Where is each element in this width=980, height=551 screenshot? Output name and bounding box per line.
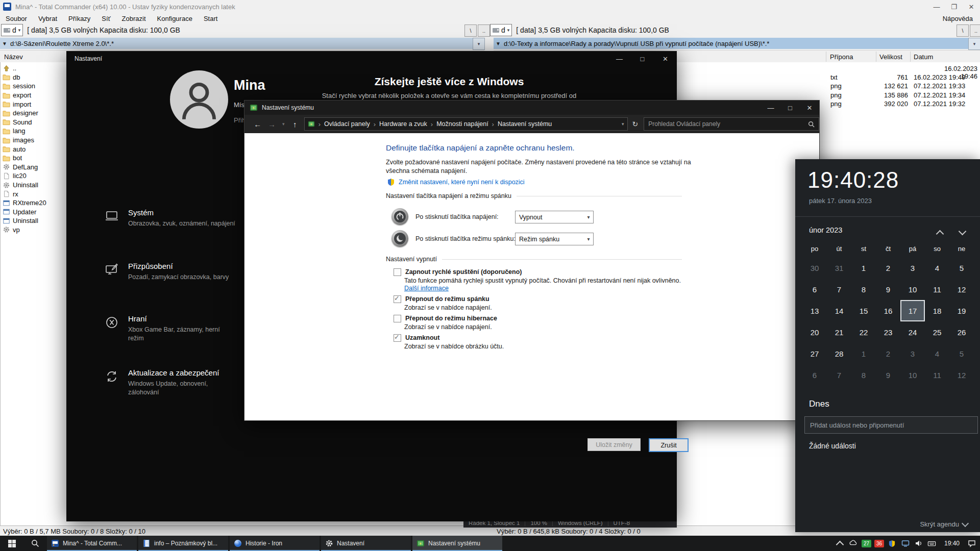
- taskbar-clock[interactable]: 19:40: [940, 540, 964, 547]
- calendar-day[interactable]: 6: [802, 279, 827, 300]
- calendar-day[interactable]: 18: [925, 300, 949, 321]
- column-header-size[interactable]: Velikost: [879, 51, 902, 63]
- calendar-day[interactable]: 26: [949, 321, 974, 343]
- menu-item-síť[interactable]: Síť: [96, 15, 116, 22]
- save-changes-button[interactable]: Uložit změny: [587, 438, 641, 451]
- taskbar-button-notepad[interactable]: info – Poznámkový bl...: [138, 536, 228, 551]
- forward-icon[interactable]: →: [265, 120, 279, 129]
- file-row[interactable]: txt 761 16.02.2023 19:49: [826, 73, 980, 82]
- calendar-day[interactable]: 1: [851, 257, 876, 279]
- calendar-day[interactable]: 4: [925, 343, 949, 364]
- volume-icon[interactable]: [914, 538, 924, 548]
- taskbar-button-tc[interactable]: Mina^ - Total Comm...: [47, 536, 137, 551]
- left-path-bar[interactable]: ▼ d:\8-Sázení\Roulette Xtreme 2.0\*.*: [0, 38, 474, 49]
- breadcrumb-item[interactable]: Možnosti napájení: [436, 120, 488, 128]
- recent-pages-icon[interactable]: ▾: [279, 121, 288, 127]
- path-history-button[interactable]: ▾: [473, 38, 485, 50]
- root-button[interactable]: \: [464, 24, 477, 37]
- updir-button[interactable]: ..: [478, 24, 490, 37]
- calendar-day[interactable]: 16: [876, 300, 900, 321]
- right-drive-combo[interactable]: d ▾: [490, 24, 512, 36]
- sleep-button-select[interactable]: Režim spánku▾: [515, 233, 594, 245]
- restore-icon[interactable]: ❐: [945, 0, 963, 13]
- uac-change-link[interactable]: Změnit nastavení, které nyní není k disp…: [399, 179, 525, 186]
- column-header-date[interactable]: Datum: [914, 51, 933, 63]
- calendar-day[interactable]: 5: [949, 257, 974, 279]
- minimize-icon[interactable]: —: [761, 101, 780, 115]
- maximize-icon[interactable]: □: [631, 51, 654, 66]
- red-badge[interactable]: 36: [874, 540, 884, 547]
- calendar-day[interactable]: 8: [851, 364, 876, 386]
- calendar-day[interactable]: 12: [949, 364, 974, 386]
- more-info-link[interactable]: Další informace: [404, 285, 720, 292]
- taskbar-button-settings[interactable]: Nastavení: [321, 536, 411, 551]
- calendar-day[interactable]: 19: [949, 300, 974, 321]
- refresh-icon[interactable]: ↻: [628, 120, 643, 128]
- checkbox[interactable]: [394, 315, 401, 322]
- calendar-day[interactable]: 1: [851, 343, 876, 364]
- calendar-day[interactable]: 3: [900, 257, 925, 279]
- calendar-day[interactable]: 9: [876, 364, 900, 386]
- updir-button[interactable]: ..: [970, 24, 980, 37]
- menu-item-příkazy[interactable]: Příkazy: [63, 15, 96, 22]
- close-icon[interactable]: ✕: [963, 0, 980, 13]
- calendar-day[interactable]: 4: [925, 257, 949, 279]
- menu-item-soubor[interactable]: Soubor: [0, 15, 33, 22]
- calendar-day[interactable]: 10: [900, 279, 925, 300]
- taskbar-button-iron[interactable]: Historie - Iron: [230, 536, 320, 551]
- chevron-down-icon[interactable]: ▾: [622, 121, 624, 127]
- calendar-day[interactable]: 9: [876, 279, 900, 300]
- taskbar-search-button[interactable]: [23, 536, 47, 551]
- calendar-day[interactable]: 14: [827, 300, 851, 321]
- calendar-day[interactable]: 8: [851, 279, 876, 300]
- close-icon[interactable]: ✕: [654, 51, 677, 66]
- breadcrumb-item[interactable]: Nastavení systému: [498, 120, 552, 128]
- calendar-day[interactable]: 6: [802, 364, 827, 386]
- calendar-next-icon[interactable]: [955, 228, 969, 237]
- menu-item-help[interactable]: Nápověda: [943, 13, 973, 23]
- display-icon[interactable]: [900, 538, 911, 548]
- cancel-button[interactable]: Zrušit: [649, 438, 689, 452]
- action-center-icon[interactable]: [967, 538, 977, 548]
- calendar-day[interactable]: 23: [876, 321, 900, 343]
- calendar-day[interactable]: 15: [851, 300, 876, 321]
- checkbox[interactable]: [394, 295, 401, 303]
- calendar-day[interactable]: 21: [827, 321, 851, 343]
- root-button[interactable]: \: [957, 24, 969, 37]
- calendar-day[interactable]: 10: [900, 364, 925, 386]
- minimize-icon[interactable]: —: [928, 0, 945, 13]
- minimize-icon[interactable]: —: [608, 51, 631, 66]
- calendar-day[interactable]: 5: [949, 343, 974, 364]
- power-button-select[interactable]: Vypnout▾: [515, 211, 594, 223]
- calendar-day[interactable]: 11: [925, 364, 949, 386]
- menu-item-konfigurace[interactable]: Konfigurace: [152, 15, 198, 22]
- onedrive-cloud-icon[interactable]: [848, 538, 859, 548]
- taskbar-button-cp[interactable]: Nastavení systému: [412, 536, 502, 551]
- menu-item-start[interactable]: Start: [198, 15, 223, 22]
- breadcrumb-item[interactable]: Hardware a zvuk: [379, 120, 427, 128]
- calendar-day[interactable]: 24: [900, 321, 925, 343]
- file-row[interactable]: png 392 020 07.12.2021 19:32: [826, 99, 980, 109]
- defender-shield-icon[interactable]: [887, 538, 897, 548]
- calendar-day[interactable]: 2: [876, 257, 900, 279]
- keyboard-icon[interactable]: [927, 538, 937, 548]
- back-icon[interactable]: ←: [251, 120, 265, 129]
- breadcrumb-item[interactable]: Ovládací panely: [324, 120, 370, 128]
- calendar-day[interactable]: 11: [925, 279, 949, 300]
- maximize-icon[interactable]: □: [780, 101, 800, 115]
- calendar-day[interactable]: 20: [802, 321, 827, 343]
- start-button[interactable]: [0, 536, 23, 551]
- calendar-day[interactable]: 22: [851, 321, 876, 343]
- tray-overflow-chevron-icon[interactable]: [835, 538, 845, 548]
- menu-item-zobrazit[interactable]: Zobrazit: [116, 15, 152, 22]
- column-header-ext[interactable]: Přípona: [830, 51, 853, 63]
- avatar[interactable]: [170, 70, 228, 129]
- file-row[interactable]: png 135 886 07.12.2021 19:34: [826, 91, 980, 100]
- calendar-prev-icon[interactable]: [933, 228, 946, 237]
- breadcrumb[interactable]: ›Ovládací panely›Hardware a zvuk›Možnost…: [304, 117, 628, 131]
- search-box[interactable]: Prohledat Ovládací panely: [644, 117, 819, 131]
- calendar-day[interactable]: 31: [827, 257, 851, 279]
- hide-agenda-button[interactable]: Skrýt agendu: [920, 520, 968, 528]
- column-header-name[interactable]: Název: [4, 51, 23, 63]
- calendar-day[interactable]: 7: [827, 364, 851, 386]
